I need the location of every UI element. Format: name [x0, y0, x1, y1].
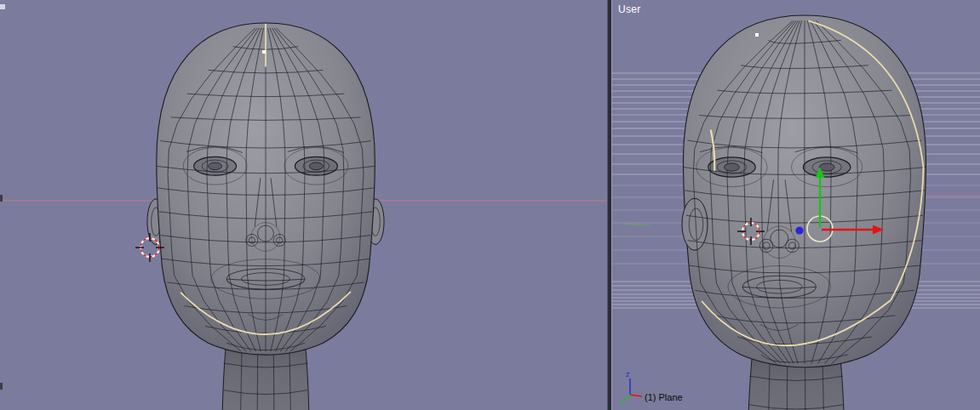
- front-view-canvas[interactable]: [0, 0, 607, 410]
- head-mesh-front[interactable]: [147, 23, 384, 410]
- gizmo-blue-handle[interactable]: [795, 226, 803, 234]
- viewport-front[interactable]: [0, 0, 607, 410]
- blender-3d-view: User z (1) Plane: [0, 0, 980, 410]
- user-view-canvas[interactable]: [612, 0, 980, 410]
- selected-vertex[interactable]: [262, 50, 266, 54]
- object-info-label: (1) Plane: [645, 392, 683, 402]
- axis-x-line: [630, 395, 642, 396]
- selected-vertex[interactable]: [755, 33, 759, 37]
- view-name-label: User: [618, 3, 641, 15]
- viewport-user[interactable]: User z (1) Plane: [612, 0, 980, 410]
- y-axis-line: [624, 224, 650, 225]
- head-mesh-user[interactable]: [682, 15, 926, 410]
- axis-z-label: z: [626, 370, 630, 379]
- screen-edge-artifact: [0, 195, 3, 202]
- screen-edge-artifact: [0, 383, 3, 390]
- axis-y-line: [622, 395, 630, 403]
- screen-edge-artifact: [0, 4, 5, 9]
- mini-axis-widget: z: [616, 367, 645, 408]
